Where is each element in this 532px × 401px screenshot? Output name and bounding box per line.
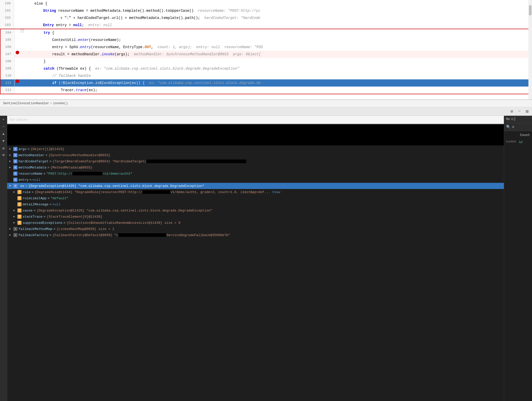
variables-main: Variables ► ≡ args = {Object[1]@11424} ►…	[7, 116, 504, 401]
toolbar-row: ⚙ − ⊞	[0, 107, 532, 116]
var-item-entry[interactable]: ► ≡ entry = null	[7, 177, 504, 183]
code-content: if (!BlockException.isBlockException(ex)…	[24, 79, 531, 87]
var-item-suppressedexceptions[interactable]: ► f suppressedExceptions = {Collections$…	[7, 220, 504, 226]
code-line-109: 109 catch (Throwable ex) { ex: "com.alib…	[0, 65, 532, 72]
code-line-106: 106 entry = SphU.entry(resourceName, Ent…	[0, 44, 532, 51]
code-content: Tracer.trace(ex);	[24, 87, 531, 94]
me-tab[interactable]: Me ≡2	[504, 116, 532, 123]
line-number: 106	[1, 44, 15, 51]
code-line-112: 112 Tracer.trace(ex);	[0, 87, 532, 94]
settings-icon[interactable]: ⚙	[509, 109, 515, 114]
code-editor: 100 else { 101 String resourceName = met…	[0, 0, 532, 100]
variables-list[interactable]: ► ≡ args = {Object[1]@11424} ► ≡ methodH…	[7, 124, 504, 401]
code-line-100: 100 else {	[0, 0, 532, 7]
variables-title: Variables	[10, 118, 501, 122]
var-value: {LinkedHashMap@9658} size = 1	[56, 227, 502, 231]
var-value: {StackTraceElement[0]@11438}	[47, 215, 502, 219]
breadcrumb-class: SentinelInvocationHandler	[3, 102, 49, 105]
method-icon: f	[17, 208, 22, 213]
breakpoint-indicator	[16, 51, 19, 54]
object-icon: ∞	[13, 233, 17, 237]
layout-icon[interactable]: ⊞	[524, 109, 530, 114]
code-content: + ":" + hardCodedTarget.url() + methodMe…	[24, 14, 532, 22]
method-icon: f	[17, 202, 22, 206]
expand-arrow: ►	[13, 209, 17, 212]
code-line-110: 110 // fallback handle	[0, 72, 532, 79]
object-icon: ∞	[13, 227, 17, 231]
var-item-resourcename[interactable]: ► ≡ resourceName = "POST:http:// /v1/dem…	[7, 171, 504, 177]
expand-arrow: ►	[9, 166, 13, 169]
var-value: {DegradeException@11426} "com.alibaba.cs…	[37, 209, 502, 213]
code-content: String resourceName = methodMetadata.tem…	[24, 7, 532, 14]
var-value: null	[52, 203, 502, 206]
expand-arrow: ►	[9, 234, 13, 237]
var-item-ex[interactable]: ▼ ≡ ex = {DegradeException@11426} "com.a…	[7, 183, 504, 189]
variables-panel: + − ▲ ▼ ⊞ 👁 Variables ► ≡ args = {Object…	[0, 116, 532, 401]
var-name: fallbackMethodMap	[18, 227, 52, 231]
var-name: methodHandler	[18, 153, 44, 157]
var-item-fallbackmethodmap[interactable]: ► ∞ fallbackMethodMap = {LinkedHashMap@9…	[7, 226, 504, 232]
code-line-104: 104 − try {	[0, 29, 532, 36]
var-item-methodhandler[interactable]: ► ≡ methodHandler = {SynchronousMethodHa…	[7, 152, 504, 158]
side-icon-arrow-down[interactable]: ▼	[1, 138, 6, 144]
minimize-icon[interactable]: −	[517, 109, 522, 114]
code-line-101: 101 String resourceName = methodMetadata…	[0, 7, 532, 14]
fold-icon[interactable]: −	[21, 29, 24, 32]
expand-arrow: ►	[13, 221, 17, 224]
var-item-detailmessage[interactable]: ► f detailMessage = null	[7, 201, 504, 207]
var-item-fallbackfactory[interactable]: ► ∞ fallbackFactory = {FallbackFactory$D…	[7, 232, 504, 238]
var-item-args[interactable]: ► ≡ args = {Object[1]@11424}	[7, 146, 504, 152]
var-item-hardcodedtarget[interactable]: ► ≡ hardCodedTarget = {Target$HardCodedT…	[7, 158, 504, 164]
var-item-stacktrace[interactable]: ► f stackTrace = {StackTraceElement[0]@1…	[7, 214, 504, 220]
var-name: cause	[23, 209, 33, 213]
var-value: {Collections$UnmodifiableRandomAccessLis…	[67, 221, 502, 225]
var-value: null	[33, 178, 502, 182]
line-number: 104	[1, 29, 15, 36]
code-content: // fallback handle	[24, 72, 531, 79]
line-number: 109	[1, 65, 15, 72]
method-icon: f	[17, 190, 22, 194]
var-name: methodMetadata	[18, 166, 46, 170]
sort-icon: ≡2	[511, 117, 516, 122]
expand-arrow: ►	[9, 154, 13, 157]
editor-scrollbar[interactable]	[528, 0, 532, 99]
line-number: 101	[0, 7, 14, 14]
var-name: entry	[18, 178, 28, 182]
var-item-rule[interactable]: ► f rule = {DegradeRule@11434} "DegradeR…	[7, 189, 504, 195]
var-item-cause[interactable]: ► f cause = {DegradeException@11426} "co…	[7, 207, 504, 214]
count-label: Count	[504, 131, 532, 139]
expand-arrow: ▼	[9, 184, 13, 187]
side-icon-grid[interactable]: ⊞	[1, 145, 6, 151]
gear-icon[interactable]: ⚙	[512, 125, 514, 129]
side-icon-arrow-up[interactable]: ▲	[1, 131, 6, 137]
load-more-link[interactable]: Lo	[519, 140, 523, 143]
var-item-methodmetadata[interactable]: ► ≡ methodMetadata = {MethodMetadata@965…	[7, 164, 504, 171]
field-icon: ≡	[13, 153, 17, 157]
method-icon: f	[17, 196, 22, 200]
breadcrumb-method: invoke()	[53, 102, 68, 105]
side-icon-add[interactable]: +	[1, 117, 6, 122]
code-content: entry = SphU.entry(resourceName, EntryTy…	[24, 44, 531, 51]
breadcrumb-bar: SentinelInvocationHandler › invoke()	[0, 100, 532, 107]
field-icon: ≡	[13, 159, 17, 163]
expand-arrow: ►	[9, 160, 13, 163]
side-icon-minus[interactable]: −	[1, 124, 6, 130]
line-number: 108	[1, 58, 15, 65]
side-icon-eye[interactable]: 👁	[1, 153, 6, 158]
code-line-108: 108 }	[0, 58, 532, 65]
code-line-111: 111 if (!BlockException.isBlockException…	[0, 79, 532, 87]
line-number: 111	[1, 79, 15, 87]
line-number: 100	[0, 0, 14, 7]
loaded-text: loaded. Lo	[504, 139, 532, 144]
line-number: 110	[1, 72, 15, 79]
breakpoint-indicator	[16, 79, 19, 83]
variables-header: Variables	[7, 116, 504, 124]
breakpoint-area	[15, 51, 20, 54]
expand-arrow: ►	[13, 215, 17, 218]
var-value: {DegradeRule@11434} "DegradeRule{resourc…	[35, 190, 502, 194]
var-value: {Target$HardCodedTarget@9654} "HardCoded…	[52, 160, 502, 163]
line-number: 105	[1, 36, 15, 44]
var-name: detailMessage	[23, 203, 48, 206]
code-line-103: 103 Entry entry = null; entry: null	[0, 22, 532, 29]
var-item-rulelimitapp[interactable]: ► f ruleLimitApp = "default"	[7, 195, 504, 201]
